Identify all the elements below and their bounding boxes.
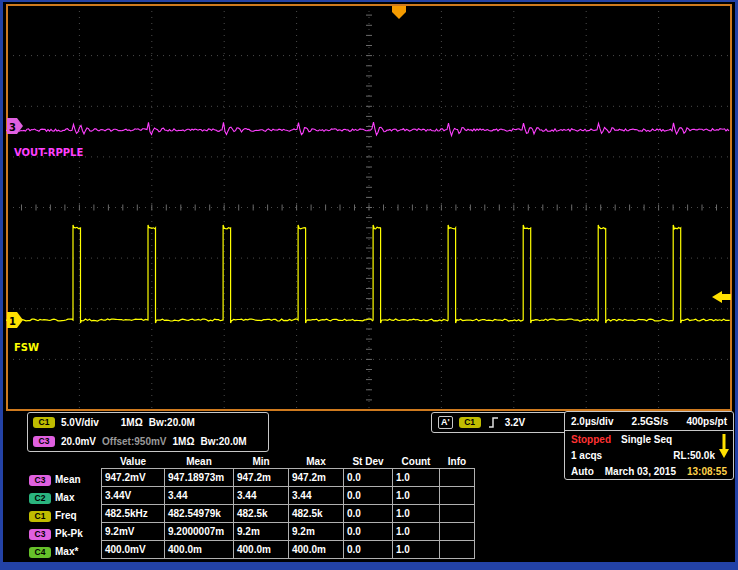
meas-min: 400.0m bbox=[234, 541, 289, 559]
ch1-badge[interactable]: C1 bbox=[33, 417, 55, 428]
meas-count: 1.0 bbox=[393, 505, 440, 523]
acq-mode: Single Seq bbox=[621, 434, 672, 445]
acq-state: Stopped bbox=[571, 434, 611, 445]
vertical-readout-box[interactable]: C1 5.0V/div 1MΩ Bw:20.0M C3 20.0mV Offse… bbox=[27, 412, 269, 452]
ch3-scale: 20.0mV bbox=[61, 436, 96, 447]
scope-display: VOUT-RPPLEFSW 3 1 bbox=[6, 4, 732, 411]
meas-info bbox=[440, 523, 475, 541]
measurement-table: ValueMeanMinMaxSt DevCountInfoC3Mean947.… bbox=[27, 454, 475, 559]
ch1-trace-label: FSW bbox=[14, 342, 39, 353]
meas-max: 3.44 bbox=[289, 487, 344, 505]
trigger-level: 3.2V bbox=[505, 417, 526, 428]
oscilloscope-screen: VOUT-RPPLEFSW 3 1 C1 5.0V/div 1MΩ Bw:20.… bbox=[0, 0, 738, 570]
svg-text:3: 3 bbox=[9, 122, 16, 133]
meas-mean: 947.18973m bbox=[165, 469, 234, 487]
meas-label-cell: C2Max bbox=[27, 487, 102, 505]
meas-col-header: Value bbox=[102, 454, 165, 469]
meas-count: 1.0 bbox=[393, 541, 440, 559]
meas-mean: 3.44 bbox=[165, 487, 234, 505]
trigger-source-badge[interactable]: C1 bbox=[459, 417, 481, 428]
meas-label-cell: C1Freq bbox=[27, 505, 102, 523]
meas-stdev: 0.0 bbox=[344, 505, 393, 523]
meas-count: 1.0 bbox=[393, 523, 440, 541]
meas-col-header: Info bbox=[440, 454, 475, 469]
meas-name: Max* bbox=[55, 546, 78, 557]
meas-count: 1.0 bbox=[393, 487, 440, 505]
meas-name: Freq bbox=[55, 510, 77, 521]
meas-row: C1Freq482.5kHz482.54979k482.5k482.5k0.01… bbox=[27, 505, 475, 523]
ch3-position-marker[interactable]: 3 bbox=[7, 118, 23, 134]
meas-info bbox=[440, 487, 475, 505]
meas-channel-badge: C3 bbox=[29, 529, 51, 540]
acq-count: 1 acqs bbox=[571, 450, 602, 461]
meas-min: 3.44 bbox=[234, 487, 289, 505]
meas-mean: 400.0m bbox=[165, 541, 234, 559]
ch1-impedance: 1MΩ bbox=[121, 417, 143, 428]
waveform-c3 bbox=[6, 122, 729, 136]
ch1-bandwidth: Bw:20.0M bbox=[149, 417, 195, 428]
meas-label-cell: C3Pk-Pk bbox=[27, 523, 102, 541]
meas-channel-badge: C4 bbox=[29, 547, 51, 558]
meas-max: 947.2m bbox=[289, 469, 344, 487]
meas-col-header: St Dev bbox=[344, 454, 393, 469]
meas-col-header: Min bbox=[234, 454, 289, 469]
trigger-readout-box[interactable]: A' C1 3.2V bbox=[431, 412, 577, 433]
meas-row: C3Mean947.2mV947.18973m947.2m947.2m0.01.… bbox=[27, 469, 475, 487]
trigger-prefix: A' bbox=[438, 416, 453, 429]
date-label: March 03, 2015 bbox=[605, 466, 676, 477]
meas-info bbox=[440, 505, 475, 523]
meas-info bbox=[440, 541, 475, 559]
ch3-badge[interactable]: C3 bbox=[33, 436, 55, 447]
single-seq-arrow-icon bbox=[718, 433, 730, 459]
svg-text:1: 1 bbox=[9, 316, 16, 327]
bezel-bottom bbox=[0, 562, 738, 570]
meas-info bbox=[440, 469, 475, 487]
meas-label-cell: C4Max* bbox=[27, 541, 102, 559]
meas-min: 482.5k bbox=[234, 505, 289, 523]
meas-min: 9.2m bbox=[234, 523, 289, 541]
meas-channel-badge: C3 bbox=[29, 475, 51, 486]
acquisition-readout-box[interactable]: 2.0µs/div 2.5GS/s 400ps/pt Stopped Singl… bbox=[564, 411, 734, 480]
bezel-top bbox=[0, 0, 738, 2]
ch3-bandwidth: Bw:20.0M bbox=[200, 436, 246, 447]
measurement-panel: ValueMeanMinMaxSt DevCountInfoC3Mean947.… bbox=[27, 454, 475, 559]
meas-max: 482.5k bbox=[289, 505, 344, 523]
meas-mean: 9.2000007m bbox=[165, 523, 234, 541]
meas-channel-badge: C1 bbox=[29, 511, 51, 522]
ch3-offset: Offset:950mV bbox=[102, 436, 166, 447]
ch3-impedance: 1MΩ bbox=[173, 436, 195, 447]
meas-stdev: 0.0 bbox=[344, 469, 393, 487]
trigger-mode: Auto bbox=[571, 466, 594, 477]
record-length: RL:50.0k bbox=[673, 450, 715, 461]
timebase: 2.0µs/div bbox=[571, 416, 613, 427]
ch1-position-marker[interactable]: 1 bbox=[7, 312, 23, 328]
meas-col-header: Mean bbox=[165, 454, 234, 469]
meas-value: 9.2mV bbox=[102, 523, 165, 541]
meas-stdev: 0.0 bbox=[344, 487, 393, 505]
meas-value: 482.5kHz bbox=[102, 505, 165, 523]
meas-max: 9.2m bbox=[289, 523, 344, 541]
meas-mean: 482.54979k bbox=[165, 505, 234, 523]
trigger-level-arrow[interactable] bbox=[712, 291, 731, 303]
ch3-trace-label: VOUT-RPPLE bbox=[14, 147, 83, 158]
meas-count: 1.0 bbox=[393, 469, 440, 487]
ch1-scale: 5.0V/div bbox=[61, 417, 99, 428]
meas-stdev: 0.0 bbox=[344, 541, 393, 559]
meas-name: Mean bbox=[55, 474, 81, 485]
trigger-position-marker[interactable] bbox=[392, 6, 406, 19]
meas-value: 947.2mV bbox=[102, 469, 165, 487]
meas-max: 400.0m bbox=[289, 541, 344, 559]
resolution: 400ps/pt bbox=[686, 416, 727, 427]
ch1-readout[interactable]: C1 5.0V/div 1MΩ Bw:20.0M bbox=[28, 413, 268, 432]
meas-col-header-blank bbox=[27, 454, 102, 469]
sample-rate: 2.5GS/s bbox=[632, 416, 669, 427]
meas-value: 400.0mV bbox=[102, 541, 165, 559]
meas-name: Max bbox=[55, 492, 74, 503]
rising-edge-icon bbox=[487, 416, 499, 429]
ch3-readout[interactable]: C3 20.0mV Offset:950mV 1MΩ Bw:20.0M bbox=[28, 432, 268, 451]
meas-label-cell: C3Mean bbox=[27, 469, 102, 487]
meas-name: Pk-Pk bbox=[55, 528, 83, 539]
meas-col-header: Count bbox=[393, 454, 440, 469]
meas-row: C2Max3.44V3.443.443.440.01.0 bbox=[27, 487, 475, 505]
graticule: VOUT-RPPLEFSW 3 1 bbox=[6, 4, 732, 411]
